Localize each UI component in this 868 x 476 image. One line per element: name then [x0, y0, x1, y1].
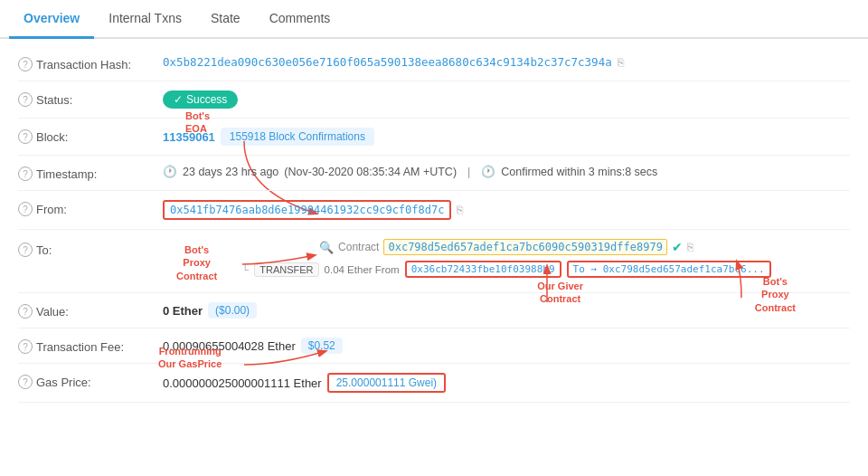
tx-hash-copy-icon[interactable]: ⎘ [618, 56, 624, 69]
contract-search-icon: 🔍 [319, 241, 334, 254]
status-label: ? Status: [18, 90, 163, 107]
status-value: ✓ Success [163, 90, 850, 109]
value-help-icon[interactable]: ? [18, 304, 33, 319]
to-address-link[interactable]: 0xc798d5ed657adef1ca7bc6090c590319dffe89… [383, 239, 666, 255]
from-copy-icon[interactable]: ⎘ [457, 204, 463, 216]
contract-label: Contract [338, 241, 379, 253]
main-content: ? Transaction Hash: 0x5b8221dea090c630e0… [0, 39, 868, 410]
tx-hash-label: ? Transaction Hash: [18, 55, 163, 71]
tx-fee-label: ? Transaction Fee: [18, 338, 163, 354]
tx-fee-ether: 0.00090655004028 Ether [163, 339, 296, 353]
tab-overview[interactable]: Overview [9, 0, 94, 39]
transfer-to-box[interactable]: To → 0xc798d5ed657adef1ca7bc6... [567, 261, 771, 278]
block-number-link[interactable]: 11359061 [163, 130, 215, 144]
to-value: 🔍 Contract 0xc798d5ed657adef1ca7bc6090c5… [163, 239, 850, 278]
block-label: ? Block: [18, 128, 163, 144]
tab-state[interactable]: State [196, 0, 255, 39]
value-usd: ($0.00) [208, 302, 257, 319]
from-label: ? From: [18, 200, 163, 216]
confirmations-badge: 155918 Block Confirmations [221, 128, 374, 146]
gas-price-row: ? Gas Price: 0.000000025000001111 Ether … [18, 364, 850, 403]
clock-icon-2: 🕐 [481, 165, 495, 178]
block-value: 11359061 155918 Block Confirmations [163, 128, 850, 146]
timestamp-help-icon[interactable]: ? [18, 167, 33, 181]
tx-fee-usd: $0.52 [301, 338, 343, 354]
tab-comments[interactable]: Comments [255, 0, 345, 39]
tx-hash-value: 0x5b8221dea090c630e056e7160f065a590138ee… [163, 55, 850, 69]
tab-internal-txns[interactable]: Internal Txns [94, 0, 196, 39]
timestamp-row: ? Timestamp: 🕐 23 days 23 hrs ago (Nov-3… [18, 156, 850, 191]
transfer-from-box[interactable]: 0x36cb72433fbe10f03988b9 [405, 261, 561, 278]
value-row: ? Value: 0 Ether ($0.00) [18, 293, 850, 328]
timestamp-confirmed: Confirmed within 3 mins:8 secs [501, 166, 657, 178]
to-label: ? To: [18, 239, 163, 257]
status-help-icon[interactable]: ? [18, 92, 33, 107]
tx-fee-value: 0.00090655004028 Ether $0.52 [163, 338, 850, 354]
tab-bar: Overview Internal Txns State Comments [0, 0, 868, 39]
gas-price-value: 0.000000025000001111 Ether 25.000001111 … [163, 373, 850, 393]
tx-fee-row: ? Transaction Fee: 0.00090655004028 Ethe… [18, 328, 850, 364]
transfer-amount: 0.04 Ether From [325, 264, 400, 275]
gas-price-gwei-box: 25.000001111 Gwei) [327, 373, 446, 393]
tx-hash-help-icon[interactable]: ? [18, 57, 33, 71]
gas-price-help-icon[interactable]: ? [18, 375, 33, 389]
timestamp-ago: 23 days 23 hrs ago [183, 166, 278, 178]
timestamp-date: (Nov-30-2020 08:35:34 AM +UTC) [284, 166, 457, 178]
clock-icon: 🕐 [163, 165, 177, 178]
tx-hash-link[interactable]: 0x5b8221dea090c630e056e7160f065a590138ee… [163, 55, 612, 69]
status-row: ? Status: ✓ Success [18, 81, 850, 119]
from-row: ? From: 0x541fb7476aab8d6e19904461932cc9… [18, 191, 850, 230]
tx-fee-help-icon[interactable]: ? [18, 339, 33, 354]
from-address-box[interactable]: 0x541fb7476aab8d6e19904461932cc9c9cf0f8d… [163, 200, 451, 220]
tabs-container: Overview Internal Txns State Comments [0, 0, 868, 39]
transfer-label: TRANSFER [254, 262, 318, 277]
from-value: 0x541fb7476aab8d6e19904461932cc9c9cf0f8d… [163, 200, 850, 220]
transfer-row: └ TRANSFER 0.04 Ether From 0x36cb72433fb… [241, 261, 770, 278]
to-help-icon[interactable]: ? [18, 243, 33, 257]
timestamp-value: 🕐 23 days 23 hrs ago (Nov-30-2020 08:35:… [163, 165, 850, 178]
verify-icon: ✔ [672, 240, 683, 254]
to-contract-line: 🔍 Contract 0xc798d5ed657adef1ca7bc6090c5… [319, 239, 693, 255]
value-label: ? Value: [18, 302, 163, 319]
to-copy-icon[interactable]: ⎘ [687, 241, 693, 253]
block-help-icon[interactable]: ? [18, 129, 33, 144]
status-badge: ✓ Success [163, 90, 238, 109]
timestamp-label: ? Timestamp: [18, 165, 163, 181]
to-row: ? To: 🔍 Contract 0xc798d5ed657adef1ca7bc… [18, 230, 850, 293]
tx-hash-row: ? Transaction Hash: 0x5b8221dea090c630e0… [18, 46, 850, 81]
checkmark-icon: ✓ [174, 93, 183, 106]
value-value: 0 Ether ($0.00) [163, 302, 850, 319]
value-ether: 0 Ether [163, 304, 203, 318]
block-row: ? Block: 11359061 155918 Block Confirmat… [18, 119, 850, 156]
from-help-icon[interactable]: ? [18, 202, 33, 216]
gas-price-label: ? Gas Price: [18, 373, 163, 389]
gas-price-ether: 0.000000025000001111 Ether [163, 376, 322, 390]
